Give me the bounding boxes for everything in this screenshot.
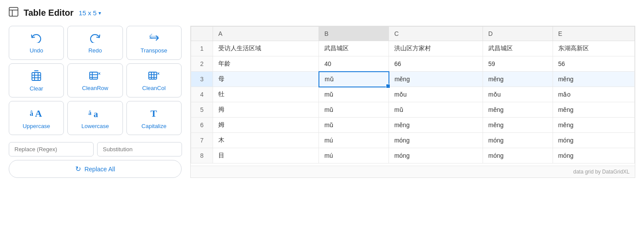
cell-c[interactable]: mǒu xyxy=(389,87,483,102)
cleancol-button[interactable]: × CleanCol xyxy=(126,63,182,97)
svg-rect-0 xyxy=(9,7,18,16)
cell-d[interactable]: 59 xyxy=(483,56,553,72)
cell-c[interactable]: mǔ xyxy=(389,102,483,118)
cell-b[interactable]: mǔ xyxy=(319,118,389,133)
cell-d[interactable]: 武昌城区 xyxy=(483,41,553,56)
capitalize-button[interactable]: T Capitalize xyxy=(126,101,182,135)
row-number-cell[interactable]: 1 xyxy=(191,41,213,56)
col-header-a[interactable]: A xyxy=(213,27,319,41)
cell-c[interactable]: móng xyxy=(389,133,483,148)
cell-a[interactable]: 姆 xyxy=(213,118,319,133)
undo-icon xyxy=(31,33,42,45)
row-number-cell[interactable]: 6 xyxy=(191,118,213,133)
cell-a[interactable]: 母 xyxy=(213,72,319,87)
row-number-cell[interactable]: 3 xyxy=(191,72,213,87)
table-header-row: A B C D E xyxy=(191,27,635,41)
toolbar-row-3: â A Uppercase â a Lowercase xyxy=(9,101,182,135)
page-title: Table Editor xyxy=(24,8,74,18)
cell-d[interactable]: měng xyxy=(483,102,553,118)
undo-label: Undo xyxy=(30,47,43,54)
cell-d[interactable]: mǒu xyxy=(483,87,553,102)
transpose-button[interactable]: Transpose xyxy=(126,26,182,60)
row-number-cell[interactable]: 7 xyxy=(191,133,213,148)
regex-input[interactable] xyxy=(9,142,94,156)
cleanrow-button[interactable]: × CleanRow xyxy=(67,63,122,97)
redo-button[interactable]: Redo xyxy=(67,26,122,60)
uppercase-button[interactable]: â A Uppercase xyxy=(9,101,64,135)
cleanrow-label: CleanRow xyxy=(82,85,108,91)
cell-e[interactable]: měng xyxy=(553,118,634,133)
cell-a[interactable]: 目 xyxy=(213,148,319,163)
cell-b[interactable]: 40 xyxy=(319,56,389,72)
clear-label: Clear xyxy=(30,85,43,92)
cell-e[interactable]: mǎo xyxy=(553,87,634,102)
uppercase-label: Uppercase xyxy=(23,123,50,129)
cell-e[interactable]: měng xyxy=(553,102,634,118)
cell-b[interactable]: mú xyxy=(319,133,389,148)
table-row: 3母mǔměngměngměng xyxy=(191,72,635,87)
col-header-d[interactable]: D xyxy=(483,27,553,41)
cell-d[interactable]: móng xyxy=(483,133,553,148)
row-number-cell[interactable]: 2 xyxy=(191,56,213,72)
cell-a[interactable]: 牡 xyxy=(213,87,319,102)
app-header: Table Editor 15 x 5 ▾ xyxy=(9,7,635,19)
col-header-c[interactable]: C xyxy=(389,27,483,41)
replace-all-label: Replace All xyxy=(84,166,115,173)
cell-b[interactable]: mǔ xyxy=(319,87,389,102)
col-header-e[interactable]: E xyxy=(553,27,634,41)
svg-rect-15 xyxy=(149,72,157,79)
cell-d[interactable]: móng xyxy=(483,148,553,163)
replace-section: ↻ Replace All xyxy=(9,142,182,178)
toolbar-row-2: Clear × CleanRow xyxy=(9,63,182,97)
redo-icon xyxy=(89,33,101,45)
uppercase-icon: â A xyxy=(30,108,43,120)
row-number-cell[interactable]: 4 xyxy=(191,87,213,102)
replace-inputs xyxy=(9,142,182,156)
cell-a[interactable]: 木 xyxy=(213,133,319,148)
svg-text:a: a xyxy=(94,109,98,118)
cell-d[interactable]: měng xyxy=(483,118,553,133)
lowercase-button[interactable]: â a Lowercase xyxy=(67,101,122,135)
cell-c[interactable]: móng xyxy=(389,148,483,163)
cleancol-icon: × xyxy=(148,71,160,82)
cell-e[interactable]: měng xyxy=(553,72,634,87)
replace-all-button[interactable]: ↻ Replace All xyxy=(9,160,182,178)
clear-button[interactable]: Clear xyxy=(9,63,64,97)
grid-area: A B C D E 1受访人生活区域武昌城区洪山区方家村武昌城区东湖高新区2年龄… xyxy=(190,26,635,178)
cell-e[interactable]: móng xyxy=(553,148,634,163)
col-header-b[interactable]: B xyxy=(319,27,389,41)
transpose-icon xyxy=(148,33,160,45)
table-row: 1受访人生活区域武昌城区洪山区方家村武昌城区东湖高新区 xyxy=(191,41,635,56)
cell-a[interactable]: 拇 xyxy=(213,102,319,118)
svg-text:â: â xyxy=(30,110,33,117)
cell-d[interactable]: měng xyxy=(483,72,553,87)
cell-b[interactable]: mú xyxy=(319,148,389,163)
table-wrapper[interactable]: A B C D E 1受访人生活区域武昌城区洪山区方家村武昌城区东湖高新区2年龄… xyxy=(191,26,635,166)
cell-c[interactable]: 洪山区方家村 xyxy=(389,41,483,56)
table-row: 7木múmóngmóngmóng xyxy=(191,133,635,148)
cell-e[interactable]: móng xyxy=(553,133,634,148)
cell-b[interactable]: 武昌城区 xyxy=(319,41,389,56)
svg-text:×: × xyxy=(98,71,101,76)
cell-a[interactable]: 受访人生活区域 xyxy=(213,41,319,56)
main-layout: Undo Redo xyxy=(9,26,635,178)
row-number-cell[interactable]: 8 xyxy=(191,148,213,163)
cell-b[interactable]: mǔ xyxy=(319,72,389,87)
cell-e[interactable]: 56 xyxy=(553,56,634,72)
capitalize-label: Capitalize xyxy=(141,123,166,129)
row-number-cell[interactable]: 5 xyxy=(191,102,213,118)
loop-icon: ↻ xyxy=(75,165,81,173)
cell-e[interactable]: 东湖高新区 xyxy=(553,41,634,56)
toolbar-row-1: Undo Redo xyxy=(9,26,182,60)
cell-c[interactable]: 66 xyxy=(389,56,483,72)
substitution-input[interactable] xyxy=(97,142,182,156)
svg-text:×: × xyxy=(157,71,160,76)
cell-c[interactable]: měng xyxy=(389,118,483,133)
undo-button[interactable]: Undo xyxy=(9,26,64,60)
cell-a[interactable]: 年龄 xyxy=(213,56,319,72)
cell-b[interactable]: mǔ xyxy=(319,102,389,118)
table-row: 2年龄40665956 xyxy=(191,56,635,72)
dims-button[interactable]: 15 x 5 ▾ xyxy=(79,9,101,17)
cell-c[interactable]: měng xyxy=(389,72,483,87)
table-editor-icon xyxy=(9,7,18,19)
